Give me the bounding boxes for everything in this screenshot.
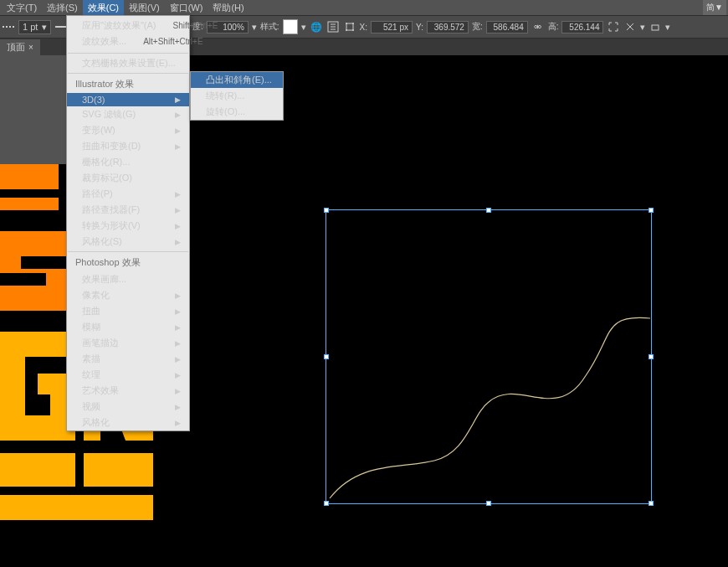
menu-pixelate[interactable]: 像素化▶	[67, 287, 189, 303]
menu-rotate[interactable]: 旋转(O)...	[191, 104, 283, 120]
misc-icon-1[interactable]	[623, 20, 637, 34]
menu-stylize-ps[interactable]: 风格化▶	[67, 415, 189, 430]
y-input[interactable]: 369.572	[427, 21, 469, 34]
close-icon[interactable]: ×	[28, 43, 33, 52]
menu-window[interactable]: 窗口(W)	[165, 0, 208, 16]
menu-effect-gallery[interactable]: 效果画廊...	[67, 271, 189, 287]
svg-point-8	[352, 23, 354, 24]
dropdown-icon[interactable]: ▾	[665, 22, 670, 33]
w-label: 宽:	[472, 21, 483, 33]
menubar: 文字(T) 选择(S) 效果(C) 视图(V) 窗口(W) 帮助(H) 简▼	[0, 0, 728, 15]
menu-video[interactable]: 视频▶	[67, 399, 189, 415]
menu-doc-raster-settings[interactable]: 文档栅格效果设置(E)...	[67, 55, 189, 71]
menu-blur[interactable]: 模糊▶	[67, 319, 189, 335]
selection-bounding-box[interactable]	[326, 209, 652, 504]
menu-svg-filter[interactable]: SVG 滤镜(G)▶	[67, 106, 189, 122]
menu-sketch[interactable]: 素描▶	[67, 351, 189, 367]
transform-icon[interactable]	[343, 20, 356, 34]
menu-brush-strokes[interactable]: 画笔描边▶	[67, 335, 189, 351]
style-label: 样式:	[260, 21, 279, 33]
photoshop-effects-header: Photoshop 效果	[67, 254, 189, 271]
doc-tab[interactable]: 顶面 ×	[0, 39, 40, 55]
stroke-weight-input[interactable]: 1 pt▾	[18, 20, 51, 34]
handle-bottom-right[interactable]	[649, 501, 654, 506]
effects-menu-dropdown: 应用"波纹效果"(A)Shift+Ctrl+E 波纹效果...Alt+Shift…	[66, 15, 190, 431]
menu-texture[interactable]: 纹理▶	[67, 367, 189, 383]
svg-rect-21	[84, 453, 153, 487]
menu-distort-ps[interactable]: 扭曲▶	[67, 303, 189, 319]
menu-last-effect-options[interactable]: 波纹效果...Alt+Shift+Ctrl+E	[67, 34, 189, 49]
w-input[interactable]: 586.484	[486, 21, 528, 34]
h-label: 高:	[548, 21, 559, 33]
dropdown-icon[interactable]: ▾	[301, 22, 306, 33]
menu-crop-marks[interactable]: 裁剪标记(O)	[67, 170, 189, 186]
handle-mid-right[interactable]	[649, 354, 654, 359]
menu-extrude-bevel[interactable]: 凸出和斜角(E)...	[191, 72, 283, 88]
svg-rect-15	[0, 198, 59, 210]
svg-rect-11	[652, 25, 659, 30]
menu-rasterize[interactable]: 栅格化(R)...	[67, 154, 189, 170]
handle-top-left[interactable]	[324, 208, 329, 213]
globe-icon[interactable]: 🌐	[310, 20, 323, 34]
svg-rect-20	[0, 453, 75, 487]
handle-mid-left[interactable]	[324, 354, 329, 359]
illustrator-effects-header: Illustrator 效果	[67, 75, 189, 93]
expand-icon[interactable]	[607, 20, 620, 34]
svg-rect-6	[346, 23, 353, 30]
x-input[interactable]: 521 px	[371, 21, 413, 34]
style-swatch[interactable]	[283, 19, 298, 34]
h-input[interactable]: 526.144	[561, 21, 603, 34]
3d-submenu: 凸出和斜角(E)... 绕转(R)... 旋转(O)...	[190, 71, 284, 121]
stroke-dash-icon[interactable]	[2, 20, 15, 34]
svg-rect-22	[0, 495, 153, 520]
menu-convert-shape[interactable]: 转换为形状(V)▶	[67, 218, 189, 234]
menu-stylize-ai[interactable]: 风格化(S)▶	[67, 234, 189, 250]
dropdown-icon[interactable]: ▾	[640, 22, 645, 33]
handle-bottom-mid[interactable]	[486, 501, 491, 506]
lang-toggle[interactable]: 简▼	[703, 0, 726, 15]
svg-point-9	[346, 29, 347, 31]
misc-icon-2[interactable]	[649, 20, 662, 34]
menu-effects[interactable]: 效果(C)	[83, 0, 124, 16]
align-icon[interactable]	[326, 20, 340, 34]
menu-text[interactable]: 文字(T)	[2, 0, 42, 16]
menu-help[interactable]: 帮助(H)	[208, 0, 249, 16]
svg-point-7	[346, 23, 347, 24]
menu-select[interactable]: 选择(S)	[42, 0, 83, 16]
svg-point-10	[352, 29, 354, 31]
menu-apply-last-effect[interactable]: 应用"波纹效果"(A)Shift+Ctrl+E	[67, 18, 189, 34]
menu-view[interactable]: 视图(V)	[124, 0, 165, 16]
x-label: X:	[360, 23, 367, 32]
doc-tab-title: 顶面	[7, 41, 25, 54]
handle-bottom-left[interactable]	[324, 501, 329, 506]
menu-path[interactable]: 路径(P)▶	[67, 186, 189, 202]
menu-3d[interactable]: 3D(3)▶	[67, 93, 189, 106]
handle-top-right[interactable]	[649, 208, 654, 213]
menu-artistic[interactable]: 艺术效果▶	[67, 383, 189, 399]
menu-distort-transform[interactable]: 扭曲和变换(D)▶	[67, 138, 189, 154]
handle-top-mid[interactable]	[486, 208, 491, 213]
link-icon[interactable]: ⚮	[531, 20, 545, 34]
canvas[interactable]	[153, 55, 728, 567]
svg-rect-13	[0, 164, 59, 189]
menu-revolve[interactable]: 绕转(R)...	[191, 88, 283, 104]
menu-warp[interactable]: 变形(W)▶	[67, 122, 189, 138]
y-label: Y:	[416, 23, 423, 32]
menu-pathfinder[interactable]: 路径查找器(F)▶	[67, 202, 189, 218]
dropdown-icon[interactable]: ▾	[252, 22, 257, 33]
